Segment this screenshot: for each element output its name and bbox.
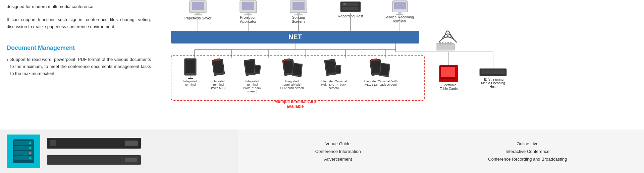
svg-rect-77 — [441, 67, 455, 77]
svg-rect-3 — [194, 14, 202, 15]
intro-text2: It can support functions such sign-in, c… — [7, 16, 151, 30]
left-panel: designed for modern multi-media conferen… — [0, 0, 161, 129]
svg-rect-51 — [293, 64, 302, 76]
svg-rect-33 — [188, 78, 193, 79]
main-content: designed for modern multi-media conferen… — [0, 0, 644, 129]
svg-rect-21 — [396, 14, 403, 15]
multiple-terminals-text: Multiple terminals are — [274, 99, 316, 104]
footer-teal-box — [7, 135, 40, 168]
terminal-2: Integrated Terminal (With MIC) — [211, 58, 226, 90]
svg-point-95 — [29, 147, 31, 149]
rack-unit-1 — [47, 138, 141, 149]
svg-rect-43 — [255, 66, 260, 73]
intro-text: designed for modern multi-media conferen… — [7, 3, 151, 10]
svg-text:Media Encoding: Media Encoding — [481, 81, 505, 85]
svg-point-96 — [29, 152, 31, 154]
footer-section: Venue Guide Conference Information Adver… — [0, 129, 644, 173]
footer-devices — [47, 138, 231, 165]
hd-streaming-host-device: HD Streaming Media Encoding Host — [480, 69, 506, 89]
net-label: NET — [288, 33, 302, 40]
svg-rect-20 — [398, 12, 401, 14]
terminal-1: Integrated Terminal — [183, 59, 197, 86]
rack-unit-2 — [47, 155, 141, 165]
terminal-2-label: Integrated — [212, 80, 225, 83]
svg-rect-57 — [335, 66, 340, 73]
svg-rect-1 — [192, 2, 204, 10]
svg-rect-10 — [292, 2, 305, 10]
svg-rect-72 — [447, 42, 449, 45]
svg-text:Terminal: Terminal — [184, 83, 196, 86]
wifi-icon — [439, 31, 457, 42]
svg-rect-71 — [445, 42, 446, 45]
terminal-5-label: Integrated Terminal — [321, 80, 347, 83]
svg-rect-55 — [325, 60, 336, 73]
bullet-item: • Support to read word, powerpoint, PDF … — [7, 56, 151, 77]
svg-rect-81 — [481, 72, 505, 74]
svg-text:(With MIC): (With MIC) — [211, 86, 226, 90]
svg-rect-31 — [185, 60, 195, 73]
svg-text:Terminal (With: Terminal (With — [282, 83, 302, 86]
advertisement-link[interactable]: Advertisement — [315, 157, 361, 162]
terminal-6-label: Integrated Terminal (With — [364, 80, 397, 83]
svg-rect-11 — [297, 13, 300, 14]
svg-rect-6 — [247, 13, 250, 14]
svg-text:11.6" back screen: 11.6" back screen — [280, 86, 304, 90]
svg-point-74 — [447, 35, 449, 37]
bullet-icon: • — [7, 57, 8, 64]
terminal-3-label: Integrated — [246, 80, 259, 83]
terminal-5: Integrated Terminal (With MIC, 7" back s… — [321, 59, 347, 90]
footer-links: Venue Guide Conference Information Adver… — [238, 129, 644, 173]
svg-text:Table Cards: Table Cards — [440, 87, 458, 91]
svg-rect-19 — [394, 2, 406, 9]
footer-col-left: Venue Guide Conference Information Adver… — [315, 141, 361, 162]
svg-rect-17 — [343, 3, 346, 5]
svg-text:(With 7" back: (With 7" back — [243, 86, 261, 90]
terminal-6: Integrated Terminal (With MIC, 11.6" bac… — [364, 58, 397, 86]
router-device — [436, 42, 454, 50]
doc-management-title: Document Management — [7, 43, 151, 53]
svg-rect-69 — [439, 42, 441, 45]
conference-info-link[interactable]: Conference Information — [315, 149, 361, 154]
server-rack-icon — [12, 138, 35, 165]
svg-rect-61 — [371, 60, 381, 73]
terminal-dashed-box — [171, 55, 424, 100]
svg-rect-41 — [245, 60, 255, 73]
svg-rect-5 — [242, 2, 254, 10]
diagram-panel: Paperless Sever Projection Applicator Sp… — [161, 0, 644, 129]
svg-text:MIC, 11.6" back screen): MIC, 11.6" back screen) — [365, 83, 397, 86]
terminal-1-label: Integrated — [183, 80, 197, 83]
svg-rect-64 — [380, 64, 389, 76]
svg-text:available: available — [287, 104, 304, 109]
svg-text:screen): screen) — [247, 90, 257, 93]
svg-rect-36 — [213, 60, 223, 73]
svg-rect-68 — [437, 44, 454, 50]
svg-rect-70 — [442, 42, 443, 45]
footer-col-right: Online Live Interactive Conference Confe… — [488, 141, 567, 162]
hd-streaming-label: HD Streaming — [483, 78, 504, 81]
interactive-conference-link[interactable]: Interactive Conference — [488, 149, 567, 154]
svg-text:(With MIC, 7" back: (With MIC, 7" back — [321, 83, 346, 86]
svg-text:Terminal: Terminal — [213, 83, 224, 86]
svg-point-97 — [29, 157, 31, 159]
svg-rect-16 — [342, 7, 358, 10]
terminal-4-label: Integrated — [285, 80, 299, 83]
svg-rect-73 — [450, 42, 451, 45]
conference-recording-link[interactable]: Conference Recording and Broadcasting — [488, 157, 567, 162]
svg-point-94 — [29, 142, 31, 144]
footer-image-area — [0, 129, 238, 173]
terminal-3: Integrated Terminal (With 7" back screen… — [243, 59, 261, 93]
svg-text:Host: Host — [490, 85, 497, 89]
electronic-table-cards-label: Electronic — [441, 83, 456, 87]
diagram-svg: Paperless Sever Projection Applicator Sp… — [164, 0, 627, 129]
electronic-table-cards-device: Electronic Table Cards — [439, 65, 458, 91]
svg-text:Terminal: Terminal — [247, 83, 258, 86]
terminal-4: Integrated Terminal (With 11.6" back scr… — [280, 58, 304, 90]
svg-rect-2 — [196, 13, 200, 14]
bullet-content: Support to read word, powerpoint, PDF fo… — [10, 56, 151, 77]
svg-rect-80 — [481, 70, 505, 72]
svg-text:screen): screen) — [329, 86, 339, 90]
venue-guide-link[interactable]: Venue Guide — [315, 141, 361, 146]
online-live-link[interactable]: Online Live — [488, 141, 567, 146]
